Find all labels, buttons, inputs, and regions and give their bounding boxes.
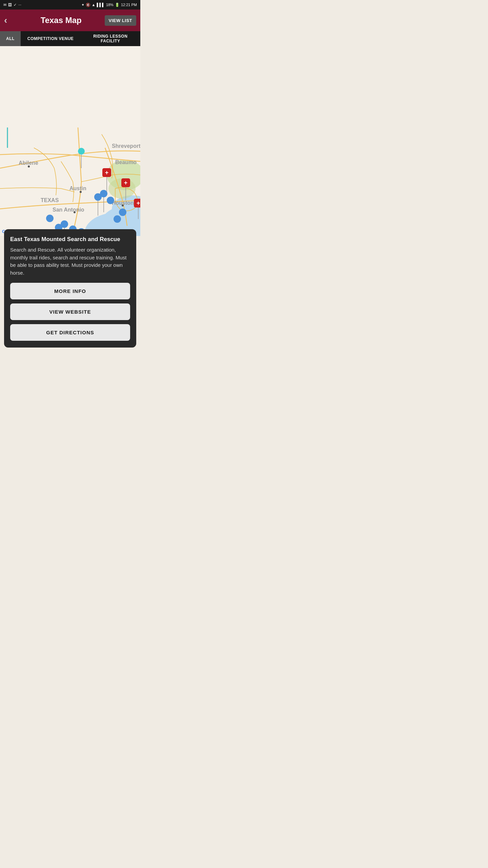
status-left-icons: ✉ 🖼 ✓ ··· xyxy=(3,3,21,7)
header: ‹ Texas Map VIEW LIST xyxy=(0,9,140,31)
svg-point-26 xyxy=(46,215,54,222)
svg-text:+: + xyxy=(137,200,140,206)
svg-text:Beaumo: Beaumo xyxy=(115,159,137,165)
svg-text:Austin: Austin xyxy=(69,185,86,191)
tab-riding-lesson[interactable]: RIDING LESSON FACILITY xyxy=(80,31,140,46)
svg-point-19 xyxy=(78,148,85,155)
image-icon: 🖼 xyxy=(8,3,12,7)
svg-text:Abilene: Abilene xyxy=(19,160,38,166)
more-icon: ··· xyxy=(18,3,21,7)
back-button[interactable]: ‹ xyxy=(4,15,18,26)
svg-text:Houston: Houston xyxy=(112,200,134,206)
tab-all[interactable]: ALL xyxy=(0,31,21,46)
view-list-button[interactable]: VIEW LIST xyxy=(105,15,137,26)
svg-point-32 xyxy=(114,215,121,223)
svg-text:+: + xyxy=(105,169,109,176)
svg-point-31 xyxy=(107,197,114,204)
battery-icon: 🔋 xyxy=(115,3,120,7)
view-website-button[interactable]: VIEW WEBSITE xyxy=(10,303,130,320)
clock: 12:21 PM xyxy=(121,3,137,7)
check-icon: ✓ xyxy=(14,3,17,7)
bluetooth-icon: ✦ xyxy=(81,3,84,7)
mail-icon: ✉ xyxy=(3,3,6,7)
map-container[interactable]: Abilene Austin San Antonio Houston Beaum… xyxy=(0,46,140,236)
filter-tabs: ALL COMPETITION VENUE RIDING LESSON FACI… xyxy=(0,31,140,46)
status-right-icons: ✦ 🔇 ▲ ▌▌▌ 18% 🔋 12:21 PM xyxy=(81,3,137,7)
wifi-icon: ▲ xyxy=(92,3,96,7)
svg-point-33 xyxy=(119,209,126,216)
svg-text:TEXAS: TEXAS xyxy=(41,197,59,203)
battery-level: 18% xyxy=(106,3,114,7)
svg-text:Shreveport: Shreveport xyxy=(112,143,140,149)
mute-icon: 🔇 xyxy=(86,3,90,7)
svg-point-29 xyxy=(100,190,107,197)
info-card-title: East Texas Mounted Search and Rescue xyxy=(10,236,130,243)
get-directions-button[interactable]: GET DIRECTIONS xyxy=(10,324,130,341)
signal-icon: ▌▌▌ xyxy=(97,3,104,7)
more-info-button[interactable]: MORE INFO xyxy=(10,283,130,299)
tab-competition[interactable]: COMPETITION VENUE xyxy=(21,31,81,46)
info-card-description: Search and Rescue. All volunteer organiz… xyxy=(10,246,130,277)
svg-text:+: + xyxy=(124,179,128,186)
svg-text:San Antonio: San Antonio xyxy=(53,207,84,213)
page-title: Texas Map xyxy=(18,16,105,25)
map-svg: Abilene Austin San Antonio Houston Beaum… xyxy=(0,46,140,236)
status-bar: ✉ 🖼 ✓ ··· ✦ 🔇 ▲ ▌▌▌ 18% 🔋 12:21 PM xyxy=(0,0,140,9)
info-card: East Texas Mounted Search and Rescue Sea… xyxy=(4,229,136,348)
